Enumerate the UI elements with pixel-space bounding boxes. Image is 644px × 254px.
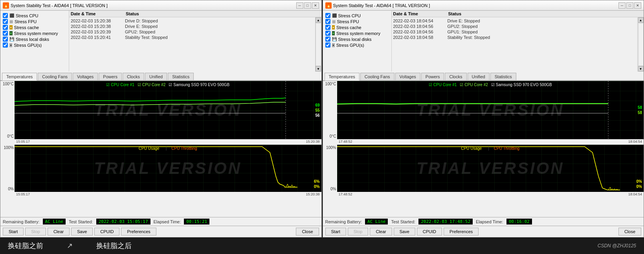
maximize-button[interactable]: □: [304, 2, 311, 9]
temp-y-axis-right: 100°C 0°C: [323, 81, 337, 139]
caption-before: 换硅脂之前: [8, 241, 43, 250]
log-row-right-1: 2022-02-03 18:04:56 GPU2: Stopped: [393, 24, 637, 29]
stress-fpu-check-right[interactable]: [325, 19, 330, 24]
temp-values-left: 69 55 56: [315, 103, 319, 118]
scroll-down-right[interactable]: ▼: [638, 66, 644, 72]
tabs-left: Temperatures Cooling Fans Voltages Power…: [0, 72, 321, 81]
minimize-button[interactable]: ─: [296, 2, 303, 9]
cpu-y-top-right: 100%: [326, 145, 336, 150]
tab-voltages-left[interactable]: Voltages: [73, 73, 98, 80]
temp-graph-container-right: 100°C 0°C: [323, 81, 644, 139]
save-button-left[interactable]: Save: [71, 228, 93, 236]
scroll-track[interactable]: [316, 23, 321, 66]
stress-cache-label-right: Stress cache: [336, 25, 361, 30]
stress-gpu-check-right[interactable]: [325, 42, 330, 48]
log-row-right-2: 2022-02-03 18:04:56 GPU1: Stopped: [393, 29, 637, 35]
stress-fpu-check[interactable]: [3, 19, 8, 24]
preferences-button-right[interactable]: Preferences: [444, 228, 479, 236]
cpuid-button-right[interactable]: CPUID: [417, 228, 442, 236]
stress-mem: ▪ Stress system memory: [3, 31, 66, 36]
right-window-title: System Stability Test - AIDA64 [ TRIAL V…: [333, 3, 430, 8]
log-content-right: 2022-02-03 18:04:54 Drive E: Stopped 202…: [392, 17, 644, 72]
log-col-date-right: Date & Time: [393, 11, 448, 16]
gpu-icon: ▪: [9, 43, 12, 47]
log-date-right-1: 2022-02-03 18:04:56: [393, 24, 448, 29]
clear-button-right[interactable]: Clear: [370, 228, 392, 236]
tab-unified-right[interactable]: Unified: [468, 73, 490, 80]
stop-button-left[interactable]: Stop: [25, 228, 46, 236]
log-date-right-0: 2022-02-03 18:04:54: [393, 18, 448, 23]
preferences-button-left[interactable]: Preferences: [121, 228, 156, 236]
stress-cache-check[interactable]: [3, 25, 8, 30]
save-button-right[interactable]: Save: [394, 228, 415, 236]
minimize-button-right[interactable]: ─: [618, 2, 626, 9]
close-button-right[interactable]: Close: [618, 228, 641, 236]
close-window-button-right[interactable]: ✕: [634, 2, 641, 9]
tab-voltages-right[interactable]: Voltages: [395, 73, 420, 80]
legend-ssd-right: ☑ Samsung SSD 970 EVO 500GB: [491, 83, 552, 87]
stress-disk-check[interactable]: [3, 37, 8, 42]
start-button-right[interactable]: Start: [325, 228, 346, 236]
stress-disk-check-right[interactable]: [325, 37, 330, 42]
title-buttons-right: ─ □ ✕: [618, 2, 641, 9]
clear-button-left[interactable]: Clear: [48, 228, 70, 236]
stress-cpu-check-right[interactable]: [325, 13, 330, 18]
scroll-track-right[interactable]: [638, 23, 644, 66]
tab-statistics-right[interactable]: Statistics: [490, 73, 516, 80]
scroll-up[interactable]: ▲: [316, 17, 321, 23]
tab-powers-left[interactable]: Powers: [99, 73, 122, 80]
close-button-left[interactable]: Close: [296, 228, 319, 236]
temp-y-top: 100°C: [3, 82, 14, 86]
tab-cooling-right[interactable]: Cooling Fans: [360, 73, 394, 80]
disk-icon: 💾: [9, 37, 14, 41]
cpu-y-top: 100%: [4, 145, 14, 150]
log-scroll[interactable]: 2022-02-03 15:20:38 Drive D: Stopped 202…: [69, 17, 315, 72]
tab-temperatures-left[interactable]: Temperatures: [2, 73, 37, 81]
cpu-y-bottom: 0%: [8, 187, 14, 191]
csdn-label: CSDN @ZHJ0125: [598, 243, 636, 248]
close-window-button[interactable]: ✕: [312, 2, 319, 9]
maximize-button-right[interactable]: □: [626, 2, 633, 9]
stop-button-right[interactable]: Stop: [348, 228, 369, 236]
tab-temperatures-right[interactable]: Temperatures: [325, 73, 360, 81]
stress-disk-right: 💾 Stress local disks: [325, 37, 389, 42]
tab-cooling-left[interactable]: Cooling Fans: [38, 73, 72, 80]
cpu-time-row-right: 17:48:52 18:04:54: [337, 192, 644, 197]
log-area-right: Date & Time Status 2022-02-03 18:04:54 D…: [392, 11, 644, 72]
stress-fpu: ▦ Stress FPU: [3, 19, 66, 24]
log-header-right: Date & Time Status: [392, 11, 644, 17]
stress-mem-label-right: Stress system memory: [336, 31, 380, 36]
tab-unified-left[interactable]: Unified: [145, 73, 167, 80]
fpu-icon: ▦: [9, 19, 13, 24]
temp-y-top-right: 100°C: [325, 82, 336, 86]
tab-statistics-left[interactable]: Statistics: [168, 73, 194, 80]
cpu-time-end-right: 18:04:54: [628, 192, 642, 196]
stress-cpu-check[interactable]: [3, 13, 8, 18]
log-status-right-3: Stability Test: Stopped: [448, 35, 636, 40]
tab-powers-right[interactable]: Powers: [421, 73, 444, 80]
log-area-left: Date & Time Status 2022-02-03 15:20:38 D…: [69, 11, 321, 72]
caption-after: 换硅脂之后: [96, 241, 132, 250]
stress-cpu: ⬛ Stress CPU: [3, 13, 66, 18]
log-scroll-right[interactable]: 2022-02-03 18:04:54 Drive E: Stopped 202…: [392, 17, 638, 72]
disk-icon-right: 💾: [332, 37, 337, 41]
stress-gpu-label-right: Stress GPU(s): [336, 43, 364, 48]
stress-options-left: ⬛ Stress CPU ▦ Stress FPU ▪ Stress cache…: [0, 11, 69, 72]
cache-icon-right: ▪: [332, 25, 335, 29]
cpuid-button-left[interactable]: CPUID: [94, 228, 119, 236]
tab-clocks-left[interactable]: Clocks: [123, 73, 144, 80]
stress-cache-check-right[interactable]: [325, 25, 330, 30]
stress-mem-check[interactable]: [3, 31, 8, 36]
scroll-up-right[interactable]: ▲: [638, 17, 644, 23]
stress-gpu-check[interactable]: [3, 42, 8, 48]
right-title-bar: 🔥 System Stability Test - AIDA64 [ TRIAL…: [323, 0, 644, 11]
stress-fpu-label-right: Stress FPU: [337, 19, 359, 24]
stress-mem-check-right[interactable]: [325, 31, 330, 36]
tab-clocks-right[interactable]: Clocks: [445, 73, 466, 80]
stress-gpu-right: ▪ Stress GPU(s): [325, 42, 389, 48]
scroll-down[interactable]: ▼: [316, 66, 321, 72]
temp-val-core2-left: 55: [315, 108, 319, 112]
start-button-left[interactable]: Start: [3, 228, 24, 236]
temp-time-row-right: 17:48:52 18:04:54: [337, 139, 644, 144]
temp-val-core2-right: 58: [638, 110, 642, 115]
